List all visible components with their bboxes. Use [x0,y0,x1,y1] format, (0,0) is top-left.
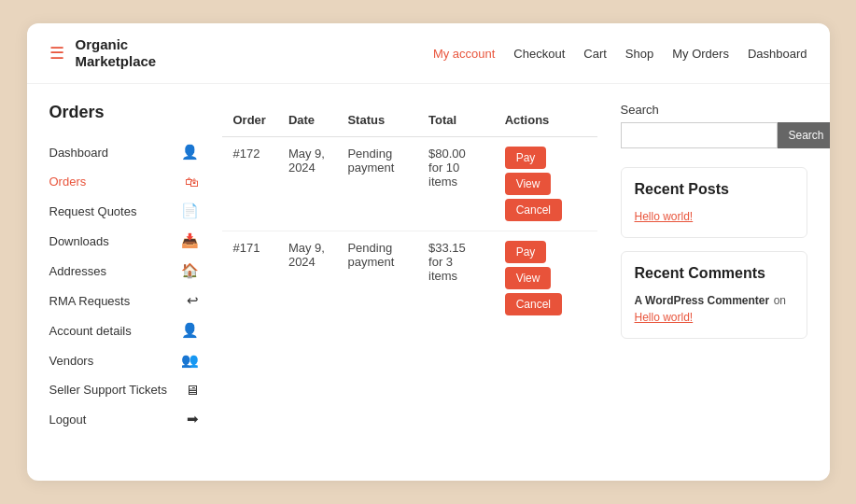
col-order: Order [221,104,277,137]
nav-dashboard[interactable]: Dashboard [748,47,807,61]
user-icon: 👤 [181,144,199,161]
view-button-171[interactable]: View [505,267,552,289]
sidebar-label-rma: RMA Requests [49,294,131,308]
search-input[interactable] [621,122,778,148]
nav-my-account[interactable]: My account [433,47,495,61]
main-card: ☰ Organic Marketplace My account Checkou… [27,23,830,481]
account-icon: 👤 [181,322,199,339]
action-buttons-171: Pay View Cancel [505,241,586,315]
sidebar-label-vendors: Vendors [49,354,94,368]
orders-icon: 🛍 [185,174,199,189]
pay-button-172[interactable]: Pay [505,147,547,169]
order-number-171: #171 [221,231,277,326]
col-total: Total [417,104,494,137]
order-date-172: May 9, 2024 [277,137,337,231]
table-header-row: Order Date Status Total Actions [221,104,597,137]
search-label: Search [621,103,807,117]
sidebar-label-dashboard: Dashboard [49,146,109,160]
sidebar-label-orders: Orders [49,175,87,189]
cancel-button-171[interactable]: Cancel [505,293,562,315]
sidebar-item-dashboard[interactable]: Dashboard 👤 [49,137,199,167]
comment-post-link[interactable]: Hello world! [635,311,694,324]
logout-icon: ➡ [187,411,199,427]
pay-button-171[interactable]: Pay [505,241,547,263]
col-status: Status [336,104,417,137]
sidebar-item-account-details[interactable]: Account details 👤 [49,315,199,345]
order-actions-171: Pay View Cancel [494,231,597,326]
sidebar-label-request-quotes: Request Quotes [49,204,137,218]
orders-table: Order Date Status Total Actions #172 May… [221,103,598,326]
order-date-171: May 9, 2024 [277,231,337,326]
nav-my-orders[interactable]: My Orders [672,47,729,61]
order-status-172: Pending payment [336,137,417,231]
recent-posts-section: Recent Posts Hello world! [621,167,807,238]
table-row: #171 May 9, 2024 Pending payment $33.15 … [221,231,597,326]
support-icon: 🖥 [185,382,199,398]
order-number-172: #172 [221,137,277,231]
recent-post-link[interactable]: Hello world! [635,210,694,223]
sidebar-label-account-details: Account details [49,324,132,338]
sidebar: Orders Dashboard 👤 Orders 🛍 Request Quot… [49,103,199,434]
order-actions-172: Pay View Cancel [494,137,597,231]
order-total-172: $80.00 for 10 items [417,137,494,231]
action-buttons-172: Pay View Cancel [505,147,586,221]
sidebar-item-logout[interactable]: Logout ➡ [49,404,199,434]
nav-cart[interactable]: Cart [583,47,607,61]
sidebar-item-downloads[interactable]: Downloads 📥 [49,226,199,256]
recent-posts-title: Recent Posts [635,181,793,198]
main-layout: Orders Dashboard 👤 Orders 🛍 Request Quot… [27,84,830,453]
rma-icon: ↩ [187,292,199,309]
view-button-172[interactable]: View [505,173,552,195]
sidebar-label-addresses: Addresses [49,264,106,278]
recent-comment: A WordPress Commenter on Hello world! [635,291,793,325]
sidebar-item-vendors[interactable]: Vendors 👥 [49,345,199,375]
downloads-icon: 📥 [181,232,199,249]
search-section: Search Search [621,103,807,148]
cancel-button-172[interactable]: Cancel [505,199,562,221]
logo: Organic Marketplace [76,36,157,70]
header: ☰ Organic Marketplace My account Checkou… [27,23,830,84]
header-nav: My account Checkout Cart Shop My Orders … [433,47,807,61]
sidebar-item-addresses[interactable]: Addresses 🏠 [49,256,199,286]
order-status-171: Pending payment [336,231,417,326]
nav-shop[interactable]: Shop [625,47,653,61]
sidebar-label-downloads: Downloads [49,234,109,248]
nav-checkout[interactable]: Checkout [513,47,565,61]
col-actions: Actions [494,104,597,137]
sidebar-item-rma[interactable]: RMA Requests ↩ [49,286,199,315]
recent-comments-section: Recent Comments A WordPress Commenter on… [621,251,807,339]
addresses-icon: 🏠 [181,262,199,279]
order-total-171: $33.15 for 3 items [417,231,494,326]
quotes-icon: 📄 [181,203,199,219]
col-date: Date [277,104,337,137]
sidebar-item-request-quotes[interactable]: Request Quotes 📄 [49,196,199,226]
table-row: #172 May 9, 2024 Pending payment $80.00 … [221,137,597,231]
sidebar-label-logout: Logout [49,413,87,427]
comment-on-word: on [774,294,786,307]
recent-comments-title: Recent Comments [635,265,793,282]
menu-icon[interactable]: ☰ [49,43,64,63]
sidebar-item-seller-support[interactable]: Seller Support Tickets 🖥 [49,375,199,404]
sidebar-label-seller-support: Seller Support Tickets [49,383,167,397]
right-sidebar: Search Search Recent Posts Hello world! … [621,103,807,434]
vendors-icon: 👥 [181,352,199,369]
search-row: Search [621,122,807,148]
commenter-name: A WordPress Commenter [635,294,770,307]
content-area: Order Date Status Total Actions #172 May… [221,103,598,434]
sidebar-item-orders[interactable]: Orders 🛍 [49,167,199,196]
sidebar-title: Orders [49,103,199,122]
search-button[interactable]: Search [778,122,830,148]
